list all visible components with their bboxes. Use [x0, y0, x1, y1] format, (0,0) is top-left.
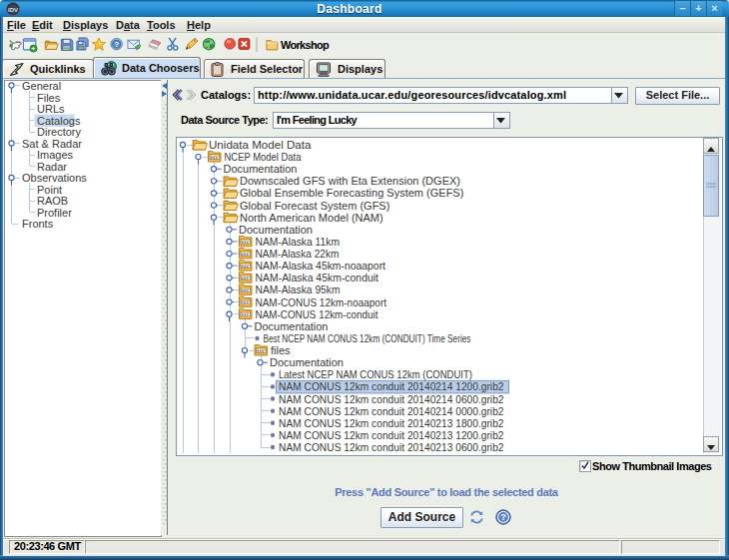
svg-text:NAM CONUS 12km conduit 2014021: NAM CONUS 12km conduit 20140214 1200.gri… [279, 380, 504, 392]
svg-text:Global Ensemble Forecasting Sy: Global Ensemble Forecasting System (GEFS… [240, 187, 463, 199]
svg-text:Documentation: Documentation [239, 224, 313, 236]
svg-text:NAM CONUS 12km conduit 2014021: NAM CONUS 12km conduit 20140214 0600.gri… [279, 393, 504, 405]
svg-text:NAM CONUS 12km conduit 2014021: NAM CONUS 12km conduit 20140213 1800.gri… [279, 417, 504, 429]
svg-text:NAM-Alaska 95km: NAM-Alaska 95km [256, 283, 341, 295]
svg-text:Documentation: Documentation [255, 320, 329, 332]
svg-text:North American Model (NAM): North American Model (NAM) [240, 212, 383, 224]
svg-text:Documentation: Documentation [224, 163, 298, 175]
svg-text:NAM-CONUS 12km-conduit: NAM-CONUS 12km-conduit [256, 308, 378, 320]
svg-text:Global Forecast System (GFS): Global Forecast System (GFS) [240, 200, 389, 212]
svg-text:?: ? [500, 512, 506, 522]
svg-text:Best NCEP NAM CONUS 12km (COND: Best NCEP NAM CONUS 12km (CONDUIT) Time … [264, 332, 471, 344]
svg-text:NAM CONUS 12km conduit 2014021: NAM CONUS 12km conduit 20140213 0600.gri… [279, 441, 504, 453]
svg-text:Latest NCEP NAM CONUS 12km (CO: Latest NCEP NAM CONUS 12km (CONDUIT) [279, 368, 472, 380]
svg-text:NAM-Alaska 45km-conduit: NAM-Alaska 45km-conduit [256, 272, 379, 283]
svg-text:NAM CONUS 12km conduit 2014021: NAM CONUS 12km conduit 20140214 0000.gri… [279, 405, 504, 417]
svg-text:Unidata Model Data: Unidata Model Data [209, 139, 312, 151]
svg-text:NAM-Alaska 45km-noaaport: NAM-Alaska 45km-noaaport [256, 260, 386, 272]
svg-text:NCEP Model Data: NCEP Model Data [225, 151, 303, 163]
svg-text:NAM-Alaska 22km: NAM-Alaska 22km [256, 248, 340, 260]
svg-text:Documentation: Documentation [270, 356, 344, 368]
svg-text:Downscaled GFS with Eta Extens: Downscaled GFS with Eta Extension (DGEX) [240, 175, 460, 187]
svg-text:NAM-CONUS 12km-noaaport: NAM-CONUS 12km-noaaport [256, 296, 387, 308]
svg-text:NAM-Alaska 11km: NAM-Alaska 11km [256, 236, 341, 248]
svg-text:NAM CONUS 12km conduit 2014021: NAM CONUS 12km conduit 20140213 1200.gri… [279, 429, 504, 441]
svg-text:files: files [271, 344, 291, 356]
